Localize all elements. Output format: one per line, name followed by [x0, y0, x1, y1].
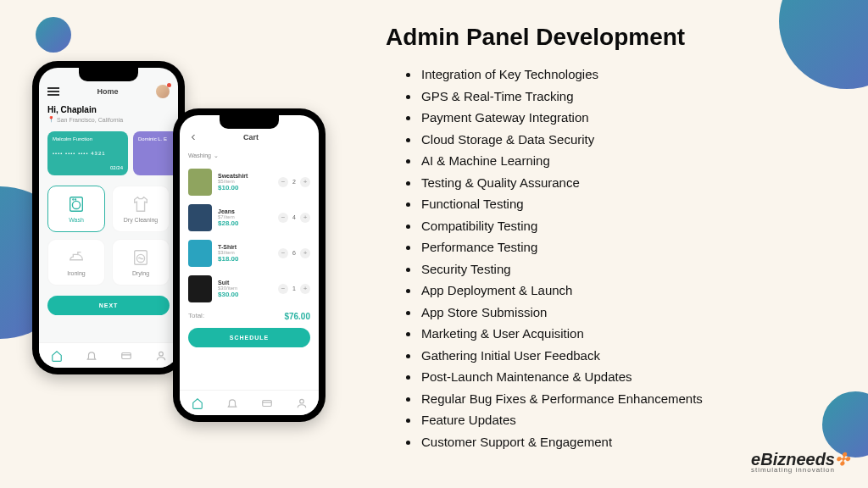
cart-row: Suit $30/item $30.00 − 1 +	[180, 271, 319, 307]
cart-row: T-Shirt $3/item $18.00 − 6 +	[180, 236, 319, 271]
user-icon[interactable]	[296, 397, 308, 409]
card-icon[interactable]	[120, 350, 132, 362]
list-item: Feature Updates	[420, 409, 703, 431]
list-item: Regular Bug Fixes & Performance Enhancem…	[420, 388, 703, 410]
shirt-icon	[131, 195, 150, 214]
plus-button[interactable]: +	[300, 177, 310, 187]
list-item: Payment Gateway Integration	[420, 107, 703, 129]
svg-rect-9	[262, 400, 271, 406]
list-item: Marketing & User Acquisition	[420, 323, 703, 345]
back-icon[interactable]	[188, 132, 198, 142]
screen-title: Cart	[205, 133, 310, 141]
qty-stepper: − 2 +	[278, 177, 310, 187]
plus-button[interactable]: +	[300, 248, 310, 258]
minus-button[interactable]: −	[278, 177, 288, 187]
cart-row: Jeans $7/item $28.00 − 4 +	[180, 200, 319, 236]
screen-title: Home	[97, 87, 118, 96]
schedule-button[interactable]: SCHEDULE	[188, 328, 310, 347]
qty-stepper: − 1 +	[278, 284, 310, 294]
total-label: Total:	[188, 312, 204, 321]
card-number: •••• •••• •••• 4321	[53, 151, 123, 156]
card-holder: Dominic L. E	[138, 136, 178, 141]
list-item: Gathering Initial User Feedback	[420, 345, 703, 367]
home-icon[interactable]	[192, 397, 203, 409]
svg-point-11	[299, 399, 303, 403]
card-expiry: 02/24	[53, 165, 123, 170]
svg-point-1	[72, 201, 80, 208]
service-label: Dry Cleaning	[124, 217, 158, 223]
qty-stepper: − 4 +	[278, 213, 310, 223]
list-item: Customer Support & Engagement	[420, 431, 703, 453]
item-total-price: $18.00	[218, 255, 272, 263]
minus-button[interactable]: −	[278, 213, 288, 223]
payment-card[interactable]: Malcolm Function •••• •••• •••• 4321 02/…	[47, 131, 128, 175]
svg-point-3	[75, 199, 76, 200]
item-name: Sweatshirt	[218, 173, 272, 179]
location-text: 📍San Francisco, California	[39, 116, 178, 128]
card-holder: Malcolm Function	[53, 136, 123, 141]
plus-button[interactable]: +	[300, 284, 310, 294]
list-item: AI & Machine Learning	[420, 150, 703, 172]
item-total-price: $30.00	[218, 291, 272, 298]
bell-icon[interactable]	[86, 350, 97, 362]
service-label: Drying	[132, 270, 149, 276]
phone-mock-cart: Cart Washing Sweatshirt $5/item $10.00 −…	[173, 108, 326, 422]
list-item: Functional Testing	[420, 193, 703, 215]
greeting-text: Hi, Chaplain	[39, 102, 178, 116]
list-item: Testing & Quality Assurance	[420, 172, 703, 194]
service-label: Wash	[69, 217, 84, 223]
list-item: Performance Testing	[420, 236, 703, 258]
tab-bar	[180, 390, 319, 415]
item-total-price: $10.00	[218, 184, 272, 191]
qty-stepper: − 6 +	[278, 248, 310, 258]
cart-row: Sweatshirt $5/item $10.00 − 2 +	[180, 164, 319, 200]
dryer-icon	[131, 248, 150, 267]
plus-button[interactable]: +	[300, 213, 310, 223]
tab-bar	[39, 342, 178, 368]
payment-card[interactable]: Dominic L. E	[133, 131, 178, 175]
total-amount: $76.00	[284, 312, 310, 321]
item-thumb	[188, 169, 212, 196]
svg-point-2	[73, 199, 74, 200]
phone-notch	[79, 68, 138, 81]
service-wash[interactable]: Wash	[47, 186, 105, 232]
card-icon[interactable]	[261, 397, 273, 409]
hamburger-icon[interactable]	[47, 87, 59, 96]
user-icon[interactable]	[155, 350, 167, 362]
qty-value: 1	[292, 286, 296, 291]
phone-notch	[220, 115, 279, 129]
bell-icon[interactable]	[226, 397, 238, 409]
avatar[interactable]	[156, 85, 170, 98]
item-thumb	[188, 240, 212, 267]
service-ironing[interactable]: Ironing	[47, 239, 105, 286]
list-item: Security Testing	[420, 258, 703, 280]
washer-icon	[67, 195, 86, 214]
minus-button[interactable]: −	[278, 248, 288, 258]
phone-mock-home: Home Hi, Chaplain 📍San Francisco, Califo…	[32, 61, 185, 374]
item-name: Jeans	[218, 208, 272, 214]
item-thumb	[188, 204, 212, 231]
list-item: App Store Submission	[420, 302, 703, 324]
minus-button[interactable]: −	[278, 284, 288, 294]
service-drycleaning[interactable]: Dry Cleaning	[112, 186, 170, 232]
iron-icon	[67, 248, 86, 267]
item-name: T-Shirt	[218, 244, 272, 250]
list-item: Post-Launch Maintenance & Updates	[420, 366, 703, 388]
home-icon[interactable]	[51, 350, 63, 362]
pin-icon: 📍	[47, 116, 55, 123]
svg-point-8	[159, 352, 163, 356]
service-drying[interactable]: Drying	[112, 239, 170, 286]
filter-chip[interactable]: Washing	[188, 152, 219, 159]
page-title: Admin Panel Development	[386, 24, 685, 51]
next-button[interactable]: NEXT	[47, 296, 170, 315]
qty-value: 6	[292, 250, 296, 256]
feature-list: Integration of Key Technologies GPS & Re…	[420, 64, 703, 452]
item-thumb	[188, 275, 212, 302]
item-total-price: $28.00	[218, 219, 272, 227]
deco-circle	[36, 17, 71, 53]
list-item: Compatibility Testing	[420, 215, 703, 237]
brand-tagline: stimulating innovation	[751, 467, 849, 473]
service-label: Ironing	[67, 270, 85, 276]
brand-logo: eBizneeds✣ stimulating innovation	[751, 452, 849, 473]
list-item: Integration of Key Technologies	[420, 64, 703, 86]
